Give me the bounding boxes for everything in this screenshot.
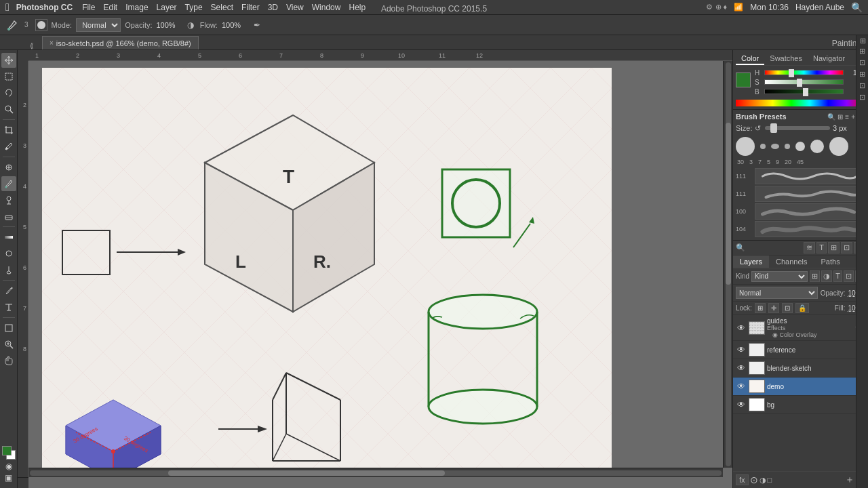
panel-icon-3[interactable]: ⊡: [859, 58, 865, 67]
brush-sample-1[interactable]: [736, 137, 755, 156]
active-tab[interactable]: × iso-sketch.psd @ 166% (demo, RGB/8#): [42, 36, 199, 49]
b-slider[interactable]: [764, 89, 844, 94]
brush-stroke-1[interactable]: [755, 168, 865, 184]
layer-eye-demo[interactable]: 👁: [736, 381, 747, 392]
shape-tool[interactable]: [1, 321, 16, 336]
lock-pixel-icon[interactable]: ⊞: [755, 303, 766, 313]
menu-type[interactable]: Type: [185, 3, 203, 12]
size-thumb[interactable]: [770, 123, 777, 133]
stamp-tool[interactable]: [1, 192, 16, 207]
layer-eye-reference[interactable]: 👁: [736, 344, 747, 355]
brush-sample-3[interactable]: [771, 144, 779, 149]
app-name[interactable]: Photoshop CC: [16, 3, 73, 12]
pen-tool[interactable]: [1, 283, 16, 298]
filter-adj-icon[interactable]: ◑: [821, 270, 832, 282]
brush-add-icon[interactable]: +: [851, 113, 855, 121]
gradient-tool[interactable]: [1, 230, 16, 245]
tab-layers[interactable]: Layers: [733, 256, 769, 268]
menu-3d[interactable]: 3D: [268, 3, 278, 12]
layer-eye-bg[interactable]: 👁: [736, 399, 747, 410]
type-tool[interactable]: [1, 300, 16, 314]
airbrush-icon[interactable]: ✒: [250, 18, 264, 32]
layer-item-blender-sketch[interactable]: 👁 blender-sketch: [733, 359, 868, 378]
brush-stroke-2[interactable]: [755, 186, 865, 202]
canvas-document[interactable]: T L R.: [42, 68, 612, 477]
lasso-tool[interactable]: [1, 85, 16, 100]
layers-kind-filter[interactable]: Kind: [751, 271, 808, 282]
s-thumb[interactable]: [797, 79, 802, 87]
layer-item-reference[interactable]: 👁 reference: [733, 341, 868, 359]
crop-tool[interactable]: [1, 123, 16, 138]
tab-navigator[interactable]: Navigator: [808, 53, 850, 65]
vertical-scrollbar[interactable]: [723, 61, 732, 468]
search-icon[interactable]: 🔍: [851, 2, 863, 13]
layer-eye-blender-sketch[interactable]: 👁: [736, 363, 747, 373]
brush-stroke-3[interactable]: [755, 203, 865, 220]
menu-image[interactable]: Image: [125, 3, 148, 12]
layers-style-icon[interactable]: ⊞: [828, 242, 840, 253]
mode-select[interactable]: Normal: [76, 18, 121, 32]
layer-item-bg[interactable]: 👁 bg 🔒: [733, 396, 868, 414]
layer-group-btn[interactable]: □: [768, 476, 772, 484]
brush-sample-5[interactable]: [795, 142, 805, 151]
panel-icon-5[interactable]: ⊡: [859, 81, 865, 90]
apple-logo[interactable]: : [5, 1, 9, 14]
filter-type-icon[interactable]: T: [833, 270, 842, 282]
menu-edit[interactable]: Edit: [104, 3, 118, 12]
brush-size-refresh[interactable]: ↺: [755, 124, 761, 133]
panel-icon-6[interactable]: ⊡: [859, 93, 865, 102]
canvas-content[interactable]: T L R.: [28, 61, 732, 477]
brush-tool-icon[interactable]: [4, 17, 20, 33]
h-thumb[interactable]: [789, 69, 794, 77]
layers-link-icon[interactable]: T: [816, 242, 827, 253]
lock-all-icon[interactable]: 🔒: [795, 303, 809, 313]
brush-sample-2[interactable]: [760, 144, 766, 149]
panel-icon-1[interactable]: ⊞: [858, 38, 867, 44]
b-thumb[interactable]: [803, 88, 808, 96]
lock-artboard-icon[interactable]: ⊡: [782, 303, 793, 313]
color-swatch-main[interactable]: [736, 73, 751, 87]
layer-fx-btn[interactable]: fx: [736, 474, 749, 485]
hand-tool[interactable]: [1, 353, 16, 368]
screen-mode-toggle[interactable]: ▣: [5, 473, 12, 483]
blend-mode-select[interactable]: Normal: [736, 287, 818, 299]
brush-search-icon[interactable]: 🔍: [827, 113, 835, 121]
layer-item-demo[interactable]: 👁 demo: [733, 378, 868, 396]
menu-help[interactable]: Help: [349, 3, 366, 12]
eraser-tool[interactable]: [1, 209, 16, 224]
layer-eye-guides[interactable]: 👁: [736, 323, 747, 333]
menu-select[interactable]: Select: [211, 3, 233, 12]
quick-select-tool[interactable]: [1, 102, 16, 117]
layer-mask-btn[interactable]: ⊙: [750, 474, 758, 485]
layers-add-adjustment-icon[interactable]: ≋: [804, 242, 815, 253]
brush-size-slider[interactable]: [765, 126, 830, 130]
panel-icon-4[interactable]: ⊞: [859, 70, 865, 79]
marquee-tool[interactable]: [1, 69, 16, 84]
tab-close[interactable]: ×: [50, 39, 54, 47]
menu-filter[interactable]: Filter: [241, 3, 260, 12]
tab-color[interactable]: Color: [736, 53, 764, 65]
brush-sample-7[interactable]: [829, 137, 848, 156]
layer-add-btn[interactable]: ＋: [845, 474, 854, 486]
tab-channels[interactable]: Channels: [769, 256, 814, 268]
s-slider[interactable]: [764, 79, 844, 85]
lock-position-icon[interactable]: ✛: [768, 303, 779, 313]
move-tool[interactable]: [1, 53, 16, 68]
healing-tool[interactable]: [1, 160, 16, 175]
layer-item-guides[interactable]: 👁 guides Effects ◉ Color Overlay fx ▾: [733, 315, 868, 341]
menu-view[interactable]: View: [286, 3, 304, 12]
quick-mask-toggle[interactable]: ◉: [5, 462, 12, 471]
filter-pixel-icon[interactable]: ⊞: [810, 270, 820, 282]
dodge-tool[interactable]: [1, 262, 16, 277]
horizontal-scrollbar[interactable]: [28, 468, 723, 477]
menu-file[interactable]: File: [82, 3, 95, 12]
panel-icon-2[interactable]: ⊞: [859, 47, 865, 56]
color-spectrum[interactable]: [736, 100, 865, 106]
brush-list-icon[interactable]: ≡: [845, 113, 849, 121]
tab-paths[interactable]: Paths: [814, 256, 847, 268]
blur-tool[interactable]: [1, 246, 16, 261]
eyedropper-tool[interactable]: [1, 139, 16, 154]
brush-tool[interactable]: [1, 176, 16, 191]
foreground-bg-color[interactable]: [2, 446, 16, 460]
brush-grid-icon[interactable]: ⊞: [837, 113, 843, 121]
